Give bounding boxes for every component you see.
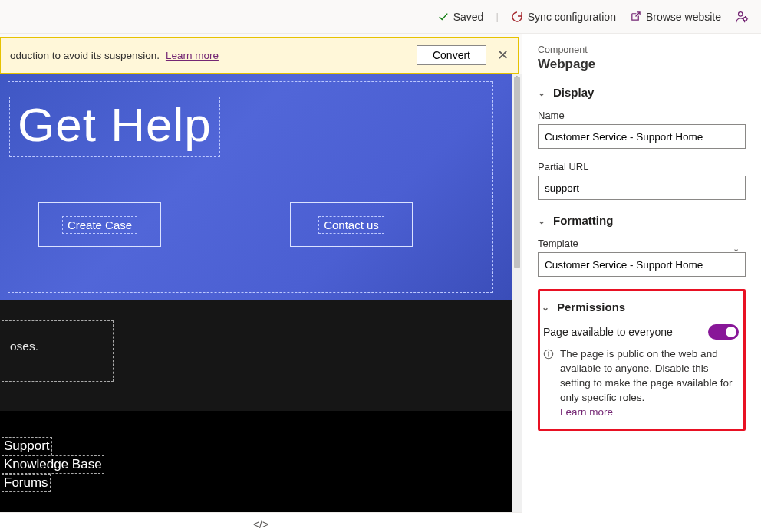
section-display[interactable]: ⌄ Display (538, 86, 746, 99)
vertical-scroll-thumb[interactable] (514, 77, 520, 268)
info-text: oses. (10, 340, 105, 353)
name-input[interactable] (538, 124, 746, 149)
trial-notice-bar: oduction to avoid its suspension. Learn … (0, 37, 519, 74)
field-template: Template ⌄ (538, 238, 746, 277)
footer-link-support[interactable]: Support (2, 437, 52, 455)
permissions-highlight: ⌄ Permissions Page available to everyone… (538, 289, 746, 431)
field-partial-url: Partial URL (538, 161, 746, 200)
saved-label: Saved (453, 11, 484, 23)
info-icon (543, 349, 554, 360)
close-icon[interactable]: ✕ (497, 48, 509, 62)
field-name: Name (538, 110, 746, 149)
permissions-info-text: The page is public on the web and availa… (560, 348, 732, 403)
footer-links[interactable]: Support Knowledge Base Forums (2, 437, 104, 492)
canvas-column: oduction to avoid its suspension. Learn … (0, 34, 522, 532)
sync-label: Sync configuration (528, 11, 616, 23)
page-available-toggle[interactable] (708, 324, 739, 340)
create-case-button-label: Create Case (62, 216, 137, 234)
section-formatting-label: Formatting (553, 214, 613, 227)
section-permissions-label: Permissions (557, 300, 625, 314)
chevron-down-icon: ⌄ (538, 87, 545, 98)
properties-panel: Component Webpage ⌄ Display Name Partial… (522, 34, 761, 532)
sync-icon (511, 11, 523, 23)
section-formatting[interactable]: ⌄ Formatting (538, 214, 746, 227)
notice-text: oduction to avoid its suspension. (10, 50, 160, 61)
create-case-button[interactable]: Create Case (38, 202, 161, 247)
sync-configuration-button[interactable]: Sync configuration (511, 11, 616, 23)
separator: | (496, 11, 498, 22)
permissions-info: The page is public on the web and availa… (542, 347, 740, 419)
footer-section[interactable]: Support Knowledge Base Forums (0, 411, 512, 512)
chevron-down-icon: ⌄ (542, 302, 549, 313)
partial-url-label: Partial URL (538, 161, 746, 172)
template-select[interactable] (538, 252, 746, 277)
code-view-icon[interactable]: </> (253, 518, 268, 530)
component-label: Component (538, 44, 746, 55)
info-section[interactable]: oses. (0, 300, 512, 411)
saved-status: Saved (438, 11, 484, 23)
persona-settings-icon[interactable] (735, 10, 749, 24)
hero-title[interactable]: Get Help (9, 97, 220, 157)
browse-label: Browse website (646, 11, 721, 23)
name-label: Name (538, 110, 746, 121)
convert-button[interactable]: Convert (417, 45, 486, 65)
contact-us-button[interactable]: Contact us (290, 202, 413, 247)
svg-point-1 (743, 17, 747, 21)
section-permissions[interactable]: ⌄ Permissions (542, 300, 740, 314)
hero-title-text[interactable]: Get Help (9, 97, 220, 157)
check-icon (438, 11, 449, 22)
hero-section[interactable]: Get Help Create Case Contact us (0, 74, 512, 300)
open-external-icon (630, 11, 641, 22)
page-canvas[interactable]: Get Help Create Case Contact us oses. (0, 74, 522, 532)
info-editable-region[interactable]: oses. (2, 320, 114, 382)
svg-point-3 (548, 352, 549, 353)
browse-website-button[interactable]: Browse website (630, 11, 721, 23)
bottom-toolbar: </> (0, 512, 522, 532)
svg-rect-4 (548, 353, 549, 356)
section-display-label: Display (553, 86, 594, 99)
footer-link-knowledge-base[interactable]: Knowledge Base (2, 455, 104, 474)
page-available-label: Page available to everyone (543, 326, 673, 338)
notice-learn-more-link[interactable]: Learn more (166, 50, 219, 61)
svg-point-0 (739, 11, 743, 15)
toggle-knob (726, 327, 736, 337)
footer-link-forums[interactable]: Forums (2, 474, 51, 492)
partial-url-input[interactable] (538, 176, 746, 200)
command-bar: Saved | Sync configuration Browse websit… (0, 0, 761, 34)
chevron-down-icon: ⌄ (538, 215, 545, 226)
template-label: Template (538, 238, 746, 249)
component-name: Webpage (538, 57, 746, 72)
permissions-learn-more-link[interactable]: Learn more (560, 406, 613, 418)
contact-us-button-label: Contact us (318, 216, 384, 234)
vertical-scrollbar[interactable]: ▲ (512, 74, 522, 512)
